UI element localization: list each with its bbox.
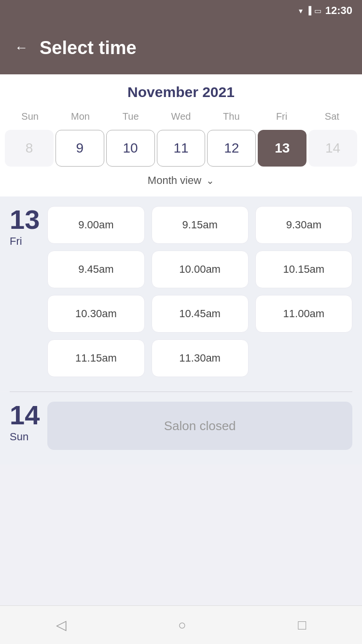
day-8[interactable]: 8 (5, 130, 54, 167)
timeslots-grid: 9.00am 9.15am 9.30am 9.45am 10.00am 10.1… (47, 206, 352, 377)
days-row: 8 9 10 11 12 13 14 (5, 130, 357, 167)
slot-930am[interactable]: 9.30am (255, 206, 352, 244)
day-12[interactable]: 12 (207, 130, 256, 167)
day13-number: 13 (10, 206, 40, 233)
day14-name: Sun (10, 431, 40, 443)
weekday-headers: Sun Mon Tue Wed Thu Fri Sat (5, 108, 357, 125)
month-view-label: Month view (148, 174, 201, 187)
day14-section: 14 Sun Salon closed (0, 392, 362, 464)
status-bar: ▾ ▐ ▭ 12:30 (0, 0, 362, 21)
day13-section: 13 Fri 9.00am 9.15am 9.30am 9.45am 10.00… (0, 196, 362, 392)
day13-content: 13 Fri 9.00am 9.15am 9.30am 9.45am 10.00… (10, 206, 352, 377)
salon-closed-label: Salon closed (164, 419, 236, 434)
slot-1000am[interactable]: 10.00am (152, 251, 249, 288)
nav-home-icon[interactable]: ○ (178, 617, 186, 633)
day14-label: 14 Sun (10, 402, 40, 443)
nav-recent-icon[interactable]: □ (298, 617, 306, 633)
day-9[interactable]: 9 (56, 130, 104, 167)
slot-1100am[interactable]: 11.00am (255, 295, 352, 333)
day-14[interactable]: 14 (308, 130, 357, 167)
slot-1045am[interactable]: 10.45am (152, 295, 249, 333)
day13-label: 13 Fri (10, 206, 40, 248)
day-10[interactable]: 10 (106, 130, 155, 167)
weekday-wed: Wed (156, 108, 206, 125)
day14-content: 14 Sun Salon closed (10, 402, 352, 450)
day14-number: 14 (10, 402, 40, 429)
weekday-thu: Thu (206, 108, 256, 125)
weekday-tue: Tue (106, 108, 156, 125)
salon-closed-box: Salon closed (47, 402, 352, 450)
nav-back-icon[interactable]: ◁ (56, 617, 67, 633)
wifi-icon: ▾ (299, 6, 303, 15)
slot-1130am[interactable]: 11.30am (152, 339, 249, 377)
day-11[interactable]: 11 (157, 130, 206, 167)
day13-name: Fri (10, 235, 40, 248)
status-time: 12:30 (325, 4, 352, 17)
back-button[interactable]: ← (14, 40, 28, 56)
slot-1030am[interactable]: 10.30am (47, 295, 144, 333)
slot-1115am[interactable]: 11.15am (47, 339, 144, 377)
weekday-fri: Fri (256, 108, 306, 125)
page-title: Select time (40, 38, 137, 58)
signal-icon: ▐ (306, 6, 311, 15)
calendar-section: November 2021 Sun Mon Tue Wed Thu Fri Sa… (0, 74, 362, 196)
header: ← Select time (0, 21, 362, 74)
slot-900am[interactable]: 9.00am (47, 206, 144, 244)
status-icons: ▾ ▐ ▭ (299, 6, 321, 15)
bottom-nav: ◁ ○ □ (0, 605, 362, 644)
slot-1015am[interactable]: 10.15am (255, 251, 352, 288)
slot-945am[interactable]: 9.45am (47, 251, 144, 288)
month-year-label: November 2021 (0, 84, 362, 100)
day-13[interactable]: 13 (258, 130, 306, 167)
weekday-sun: Sun (5, 108, 55, 125)
battery-icon: ▭ (314, 6, 321, 15)
slot-915am[interactable]: 9.15am (152, 206, 249, 244)
chevron-down-icon: ⌄ (206, 175, 214, 186)
weekday-mon: Mon (55, 108, 105, 125)
month-view-toggle[interactable]: Month view ⌄ (0, 167, 362, 192)
weekday-sat: Sat (307, 108, 357, 125)
